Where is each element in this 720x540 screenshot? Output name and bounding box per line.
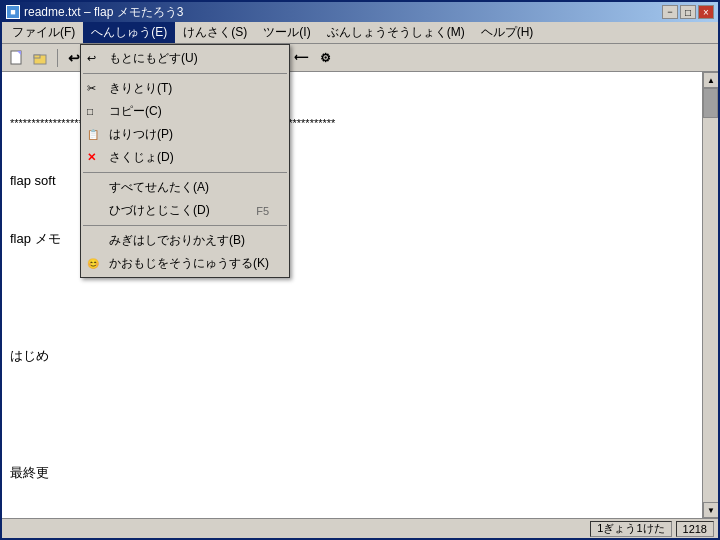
line-4 (10, 288, 694, 308)
menu-tools[interactable]: ツール(I) (255, 22, 318, 43)
menu-paste[interactable]: 📋 はりつけ(P) (81, 123, 289, 146)
emoji-icon: 😊 (87, 258, 99, 269)
copy-icon: □ (87, 106, 93, 117)
menubar: ファイル(F) へんしゅう(E) けんさく(S) ツール(I) ぶんしょうそうし… (2, 22, 718, 44)
statusbar: 1ぎょう1けた 1218 (2, 518, 718, 538)
menu-format[interactable]: ぶんしょうそうしょく(M) (319, 22, 473, 43)
scroll-track[interactable] (703, 88, 718, 502)
main-window: ■ readme.txt – flap メモたろう3 － □ × ファイル(F)… (0, 0, 720, 540)
separator-3 (83, 225, 287, 226)
title-bar-text: ■ readme.txt – flap メモたろう3 (6, 4, 183, 21)
scrollbar-vertical[interactable]: ▲ ▼ (702, 72, 718, 518)
menu-emoji[interactable]: 😊 かおもじをそうにゅうする(K) (81, 252, 289, 275)
menu-file[interactable]: ファイル(F) (4, 22, 83, 43)
close-button[interactable]: × (698, 5, 714, 19)
menu-cut[interactable]: ✂ きりとり(T) (81, 77, 289, 100)
delete-icon: ✕ (87, 151, 96, 164)
window-controls: － □ × (662, 5, 714, 19)
svg-rect-3 (34, 55, 40, 58)
paste-icon: 📋 (87, 129, 99, 140)
toolbar-wrap[interactable]: ⟵ (290, 47, 312, 69)
menu-search[interactable]: けんさく(S) (175, 22, 255, 43)
menu-edit[interactable]: へんしゅう(E) (83, 22, 175, 43)
scroll-up-button[interactable]: ▲ (703, 72, 718, 88)
maximize-button[interactable]: □ (680, 5, 696, 19)
cursor-position: 1ぎょう1けた (590, 521, 671, 537)
char-count: 1218 (676, 521, 714, 537)
toolbar-settings[interactable]: ⚙ (314, 47, 336, 69)
menu-delete[interactable]: ✕ さくじょ(D) (81, 146, 289, 169)
window-title: readme.txt – flap メモたろう3 (24, 4, 183, 21)
menu-datetime[interactable]: ひづけとじこく(D) F5 (81, 199, 289, 222)
menu-copy[interactable]: □ コピー(C) (81, 100, 289, 123)
edit-dropdown: ↩ もとにもどす(U) ✂ きりとり(T) □ コピー(C) 📋 はりつけ(P)… (80, 44, 290, 278)
scroll-down-button[interactable]: ▼ (703, 502, 718, 518)
minimize-button[interactable]: － (662, 5, 678, 19)
separator-2 (83, 172, 287, 173)
title-bar: ■ readme.txt – flap メモたろう3 － □ × (2, 2, 718, 22)
line-6 (10, 405, 694, 425)
line-5: はじめ (10, 346, 694, 366)
toolbar-sep1 (57, 49, 58, 67)
menu-selectall[interactable]: すべてせんたく(A) (81, 176, 289, 199)
menu-help[interactable]: ヘルプ(H) (473, 22, 542, 43)
app-icon: ■ (6, 5, 20, 19)
menu-undo[interactable]: ↩ もとにもどす(U) (81, 47, 289, 70)
scroll-thumb[interactable] (703, 88, 718, 118)
separator-1 (83, 73, 287, 74)
cut-icon: ✂ (87, 82, 96, 95)
menu-wordwrap[interactable]: みぎはしでおりかえす(B) (81, 229, 289, 252)
line-7: 最終更 (10, 463, 694, 483)
toolbar-new[interactable] (6, 47, 28, 69)
datetime-shortcut: F5 (236, 205, 269, 217)
undo-icon: ↩ (87, 52, 96, 65)
toolbar-open[interactable] (30, 47, 52, 69)
